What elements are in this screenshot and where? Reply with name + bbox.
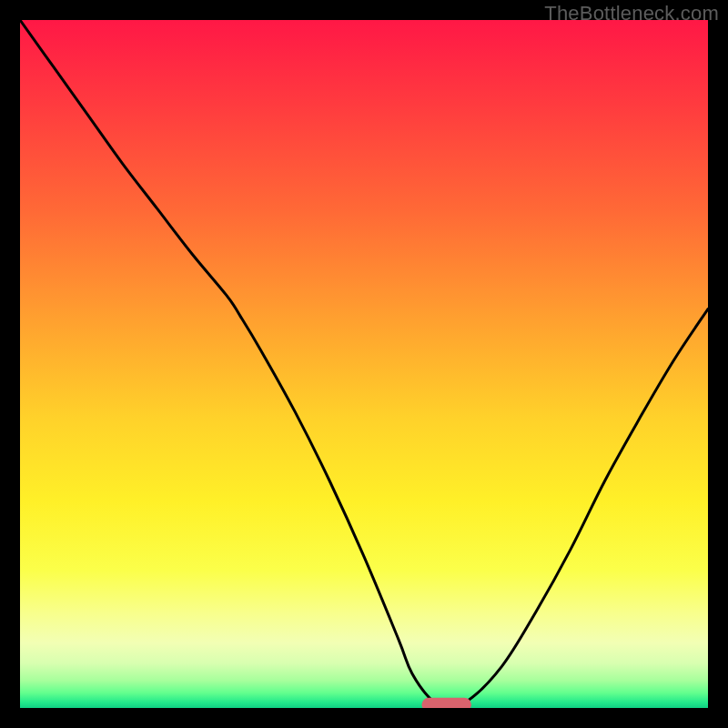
chart-svg <box>20 20 708 708</box>
optimal-range-marker <box>422 698 471 708</box>
plot-area <box>20 20 708 708</box>
gradient-background <box>20 20 708 708</box>
chart-frame: TheBottleneck.com <box>0 0 728 728</box>
